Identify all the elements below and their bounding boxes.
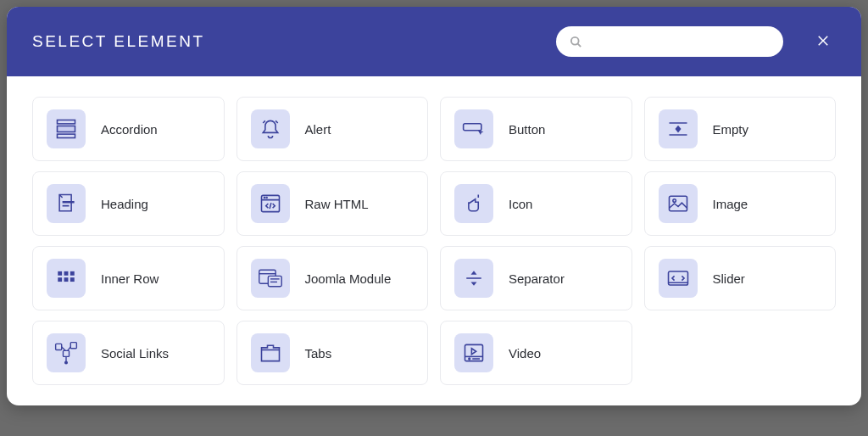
element-card-accordion[interactable]: Accordion [32,97,225,161]
svg-rect-27 [268,276,281,286]
card-label: Icon [509,197,532,211]
card-label: Inner Row [101,271,159,286]
joomla-module-icon [251,259,290,298]
search-icon [570,36,582,48]
element-card-social-links[interactable]: Social Links [32,321,225,385]
svg-rect-4 [58,134,75,137]
social-links-icon [47,333,86,372]
inner-row-icon [47,259,86,298]
svg-rect-21 [70,271,75,276]
card-label: Accordion [101,122,158,137]
modal-header: SELECT ELEMENT [7,7,861,76]
svg-rect-19 [58,271,62,276]
accordion-icon [47,109,86,148]
card-label: Joomla Module [305,271,392,286]
element-card-heading[interactable]: Heading [32,171,225,236]
element-card-inner-row[interactable]: Inner Row [32,246,225,310]
modal-title: SELECT ELEMENT [32,32,539,51]
svg-line-16 [270,203,271,209]
alert-icon [251,109,290,148]
svg-line-6 [275,120,278,123]
search-input[interactable] [591,35,770,48]
element-card-video[interactable]: Video [440,321,632,385]
svg-rect-22 [58,277,62,282]
card-label: Raw HTML [305,197,369,211]
icon-icon [454,184,493,223]
svg-rect-2 [58,120,75,124]
heading-icon [47,184,86,223]
svg-point-39 [65,361,68,364]
element-card-separator[interactable]: Separator [440,246,632,310]
separator-icon [454,259,493,298]
svg-line-37 [68,347,71,350]
svg-rect-34 [70,343,76,349]
element-card-tabs[interactable]: Tabs [236,321,429,385]
card-label: Separator [509,271,565,286]
card-label: Alert [305,122,331,137]
svg-rect-23 [64,277,69,282]
svg-rect-20 [64,271,69,276]
svg-rect-35 [63,350,69,356]
element-card-joomla-module[interactable]: Joomla Module [236,246,429,310]
element-grid: Accordion Alert Button [32,97,836,385]
element-card-slider[interactable]: Slider [644,246,837,310]
svg-point-18 [672,199,676,203]
modal-body: Accordion Alert Button [7,76,861,405]
svg-point-43 [469,358,470,360]
svg-rect-7 [464,124,481,131]
card-label: Button [509,122,545,137]
empty-icon [659,109,698,148]
element-card-raw-html[interactable]: Raw HTML [236,171,429,236]
raw-html-icon [251,184,290,223]
select-element-modal: SELECT ELEMENT Accordion [7,7,861,405]
card-label: Empty [713,122,749,137]
card-label: Social Links [101,346,169,361]
svg-point-14 [264,197,264,198]
element-card-button[interactable]: Button [440,97,632,161]
card-label: Image [713,197,748,211]
close-icon[interactable] [810,31,836,53]
card-label: Heading [101,197,148,211]
card-label: Tabs [305,346,332,361]
element-card-empty[interactable]: Empty [644,97,837,161]
svg-point-15 [266,197,267,198]
slider-icon [659,259,698,298]
tabs-icon [251,333,290,372]
search-wrap [556,26,783,57]
svg-rect-17 [669,196,687,211]
card-label: Slider [713,271,745,286]
svg-line-1 [577,43,581,47]
image-icon [659,184,698,223]
svg-point-0 [571,36,579,44]
button-icon [454,109,493,148]
element-card-alert[interactable]: Alert [236,97,429,161]
svg-rect-3 [58,126,75,132]
svg-line-5 [263,120,265,123]
svg-rect-24 [70,277,75,282]
element-card-icon[interactable]: Icon [440,171,632,236]
card-label: Video [509,346,541,361]
video-icon [454,333,493,372]
svg-rect-33 [56,344,62,349]
element-card-image[interactable]: Image [644,171,837,236]
